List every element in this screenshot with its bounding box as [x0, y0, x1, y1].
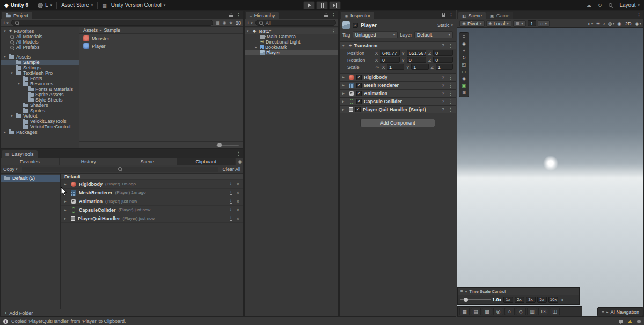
copy-mode-dropdown[interactable]: Copy ▾ [3, 167, 18, 172]
asset-item-player[interactable]: Player [79, 43, 243, 49]
kebab-menu-icon[interactable]: ⋮ [236, 12, 241, 18]
tree-item-fonts[interactable]: Fonts [1, 76, 79, 81]
help-icon[interactable]: ? [442, 107, 444, 112]
kebab-menu-icon[interactable]: ⋮ [636, 12, 641, 18]
overlay-toggle-cloth[interactable]: ◇ [516, 308, 526, 315]
favorite-all-prefabs[interactable]: All Prefabs [1, 45, 79, 50]
time-scale-header[interactable]: ≡ ▾ Time Scale Control [458, 288, 579, 295]
rect-tool[interactable]: ▭ [460, 69, 468, 75]
tree-item-velokiteasytools[interactable]: VelokitEasyTools [1, 119, 79, 124]
paste-download-icon[interactable]: ↓ [230, 216, 232, 221]
enabled-checkbox[interactable]: ✓ [356, 75, 362, 80]
favorite-all-models[interactable]: All Models [1, 39, 79, 45]
remove-icon[interactable]: × [237, 182, 239, 187]
tab-favorites[interactable]: Favorites [1, 158, 60, 165]
scale-x-field[interactable]: 1 [387, 64, 404, 70]
object-name-field[interactable]: Player [361, 23, 435, 28]
overlay-toggle-lighting[interactable]: ○ [504, 308, 515, 315]
kebab-menu-icon[interactable]: ⋮ [448, 91, 453, 96]
scene-viewport[interactable]: ≡ ◉ + ↻ ◱ ▭ ◈ ▣ ⊞ ≡ ▾ Time Scale Control [457, 28, 643, 316]
tab-easytools[interactable]: ▦ EasyTools [2, 150, 38, 158]
tag-dropdown[interactable]: Untagged ▾ [353, 31, 398, 38]
kebab-menu-icon[interactable]: ⋮ [449, 12, 453, 18]
scale-z-field[interactable]: 1 [436, 64, 453, 70]
tree-item-style-sheets[interactable]: Style Sheets [1, 97, 79, 103]
enabled-checkbox[interactable]: ✓ [356, 99, 362, 104]
account-menu[interactable]: L ▾ [38, 2, 52, 8]
scene-header-row[interactable]: ▾ ◆ Test1* ⋮ [245, 28, 338, 34]
enabled-checkbox[interactable]: ✓ [355, 107, 361, 112]
tree-item-sprite-assets[interactable]: Sprite Assets [1, 92, 79, 97]
toggle-2d-button[interactable]: 2D [624, 21, 633, 26]
preset-1x-button[interactable]: 1x [503, 297, 513, 303]
grid-snap-dropdown[interactable]: ▦ ▾ [513, 20, 526, 27]
create-object-button[interactable]: + ▾ [247, 20, 253, 26]
add-component-button[interactable]: Add Component [360, 119, 435, 127]
rigidbody-component-header[interactable]: ▸ ✓ Rigidbody ? ⋮ [340, 73, 456, 81]
favorites-header[interactable]: ▾ ★ Favorites [1, 28, 79, 34]
rotate-tool[interactable]: ↻ [460, 55, 468, 61]
tree-item-textmesh-pro[interactable]: ▾ TextMesh Pro [1, 70, 79, 76]
thumbnail-size-slider[interactable] [216, 145, 239, 146]
local-dropdown[interactable]: ◈ Local ▾ [486, 20, 511, 27]
overlay-drag-handle[interactable]: ≡ [460, 34, 468, 40]
tree-item-sprites[interactable]: Sprites [1, 108, 79, 113]
move-tool[interactable]: + [460, 48, 468, 54]
undo-history-icon[interactable]: ↻ [598, 3, 602, 8]
time-scale-overlay-toggle[interactable]: TS [538, 308, 548, 315]
enabled-checkbox[interactable]: ✓ [356, 91, 362, 96]
layout-menu[interactable]: Layout ▾ [619, 2, 640, 8]
render-mode-dropdown[interactable]: ◐▾ [588, 21, 593, 26]
pivot-dropdown[interactable]: ◉ Pivot ▾ [459, 20, 485, 27]
folder-item-default[interactable]: Default (5) [1, 175, 60, 182]
rotation-z-field[interactable]: 0 [433, 57, 453, 63]
clipboard-item-capsulecollider[interactable]: ▸ CapsuleCollider (Player) just now ↓ × [61, 206, 243, 214]
tab-scene-mode[interactable]: Scene [118, 158, 177, 165]
tree-item-resources[interactable]: ▾ Resources [1, 81, 79, 86]
lock-icon[interactable] [324, 15, 328, 17]
kebab-menu-icon[interactable]: ⋮ [448, 107, 453, 112]
slider-knob[interactable] [464, 298, 468, 302]
progress-status-icon[interactable] [637, 320, 641, 323]
overlay-toggle-grid[interactable]: ▦ [459, 308, 470, 315]
remove-icon[interactable]: × [237, 199, 239, 204]
tab-hierarchy[interactable]: ≡ Hierarchy [246, 12, 279, 19]
help-icon[interactable]: ? [442, 91, 444, 96]
hierarchy-item-bookmark[interactable]: ▸ BookMark [245, 45, 338, 50]
rotation-x-field[interactable]: 0 [380, 57, 400, 63]
lighting-toggle[interactable]: ☀ [596, 21, 600, 26]
paste-download-icon[interactable]: ↓ [230, 190, 232, 195]
remove-icon[interactable]: × [237, 190, 239, 196]
lock-icon[interactable] [442, 15, 445, 17]
paste-download-icon[interactable]: ↓ [230, 199, 232, 204]
notifications-bell-icon[interactable] [619, 320, 623, 323]
position-y-field[interactable]: 651.567 [407, 50, 427, 56]
slider-knob[interactable] [217, 143, 222, 147]
snap-dropdown[interactable]: ∩ ▾ [538, 20, 550, 27]
scene-visibility-toggle[interactable]: ◉ [617, 21, 621, 26]
kebab-menu-icon[interactable]: ⋮ [236, 151, 241, 156]
help-icon[interactable]: ? [442, 99, 444, 104]
preset-5x-button[interactable]: 5x [537, 297, 547, 303]
clear-all-button[interactable]: Clear All [222, 167, 240, 172]
audio-toggle[interactable]: ♪ [603, 21, 605, 26]
scale-y-field[interactable]: 1 [411, 64, 428, 70]
help-icon[interactable]: ? [442, 43, 444, 48]
tab-project[interactable]: Project [2, 12, 32, 19]
kebab-menu-icon[interactable]: ⋮ [331, 12, 336, 18]
gizmos-dropdown[interactable]: ◈▾ [635, 21, 641, 26]
grid-size-field[interactable]: 1 [528, 20, 536, 26]
tab-clipboard[interactable]: Clipboard [177, 158, 236, 165]
services-grid-icon[interactable]: ▦ [102, 3, 107, 8]
search-by-label-icon[interactable]: ◉ [223, 20, 226, 25]
status-message[interactable]: Copied 'PlayerQuitHandler' from 'Player'… [11, 319, 126, 324]
breadcrumb-current[interactable]: Sample [104, 27, 121, 33]
tree-item-settings[interactable]: Settings [1, 65, 79, 70]
step-button[interactable] [329, 1, 341, 9]
unity-menu[interactable]: ◆ Unity 6 [4, 2, 28, 8]
tree-item-packages[interactable]: ▸ Packages [1, 129, 79, 135]
time-scale-slider[interactable] [460, 299, 491, 300]
create-asset-button[interactable]: + ▾ [3, 20, 9, 26]
tree-item-fonts-materials[interactable]: Fonts & Materials [1, 86, 79, 92]
clipboard-item-meshrenderer[interactable]: ▸ MeshRenderer (Player) 1m ago ↓ × [61, 189, 243, 197]
